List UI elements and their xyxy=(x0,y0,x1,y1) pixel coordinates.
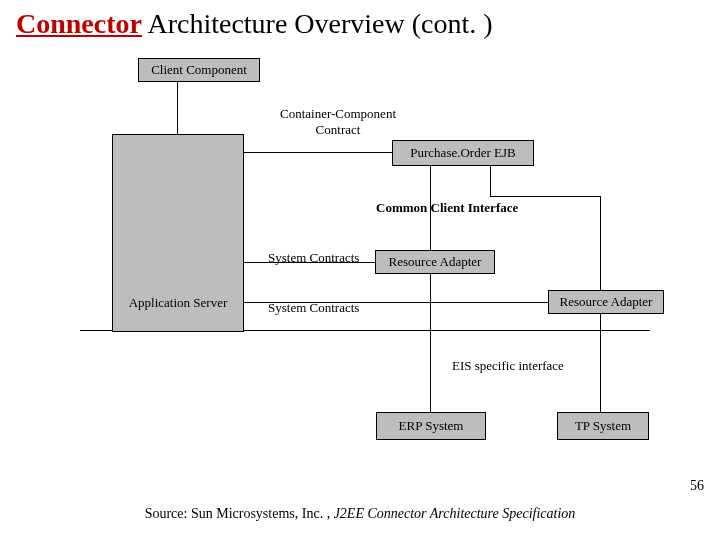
erp-label: ERP System xyxy=(399,418,464,434)
box-app-server: Application Server xyxy=(112,134,244,332)
line-ejb-ra2-v xyxy=(490,166,491,196)
tp-label: TP System xyxy=(575,418,631,434)
line-ejb-ra1 xyxy=(430,166,431,250)
line-client-appserver xyxy=(177,82,178,134)
source-citation: Source: Sun Microsystems, Inc. , J2EE Co… xyxy=(0,506,720,522)
client-label: Client Component xyxy=(151,62,247,78)
diagram-stage: Application Server Client Component Cont… xyxy=(0,0,720,540)
line-ejb-ra2-h xyxy=(490,196,600,197)
line-ra1-erp xyxy=(430,274,431,412)
label-cci: Common Client Interface xyxy=(376,200,518,216)
box-resource-adapter-1: Resource Adapter xyxy=(375,250,495,274)
label-eis: EIS specific interface xyxy=(452,358,564,374)
label-container-contract: Container-Component Contract xyxy=(280,106,396,138)
page-number: 56 xyxy=(690,478,704,494)
line-appserver-ra1 xyxy=(243,262,375,263)
box-erp: ERP System xyxy=(376,412,486,440)
line-appserver-ejb xyxy=(243,152,392,153)
line-ra2-tp xyxy=(600,314,601,412)
line-ejb-ra2-v2 xyxy=(600,196,601,290)
box-client: Client Component xyxy=(138,58,260,82)
ra1-label: Resource Adapter xyxy=(389,254,482,270)
source-italic: J2EE Connector Architecture Specificatio… xyxy=(334,506,576,521)
purchase-label: Purchase.Order EJB xyxy=(410,145,515,161)
box-purchase-ejb: Purchase.Order EJB xyxy=(392,140,534,166)
source-prefix: Source: Sun Microsystems, Inc. , xyxy=(145,506,334,521)
line-appserver-ra2 xyxy=(243,302,548,303)
app-server-label: Application Server xyxy=(129,295,228,311)
ra2-label: Resource Adapter xyxy=(560,294,653,310)
box-resource-adapter-2: Resource Adapter xyxy=(548,290,664,314)
label-sc1: System Contracts xyxy=(268,250,359,266)
box-tp: TP System xyxy=(557,412,649,440)
